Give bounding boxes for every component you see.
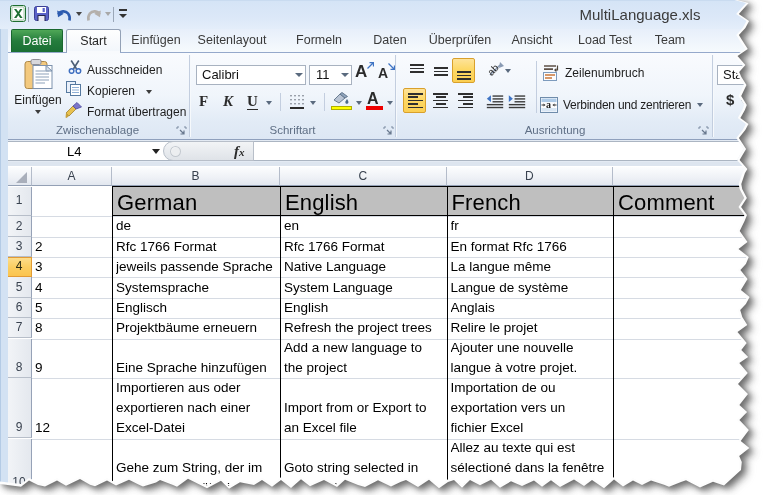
svg-text:a: a — [546, 99, 551, 110]
svg-text:ab: ab — [487, 62, 501, 78]
